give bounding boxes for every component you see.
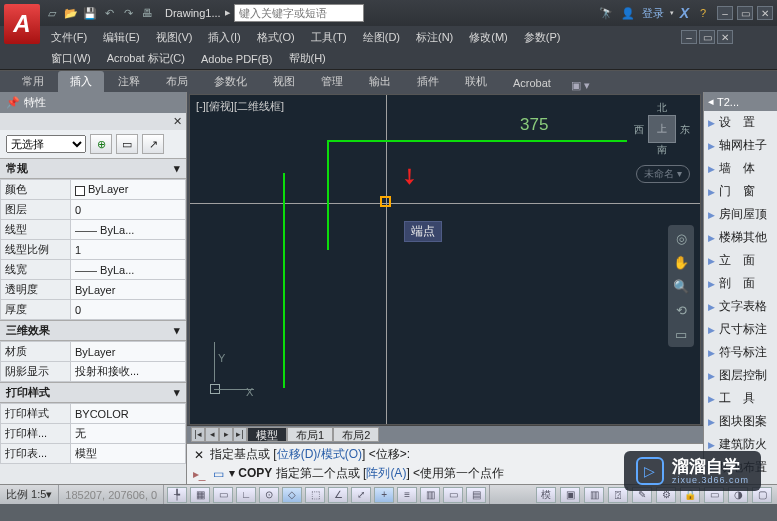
save-icon[interactable]: 💾 [82, 5, 98, 21]
sb-quickview-drawings-button[interactable]: ▥ [584, 487, 604, 503]
sb-lwt-button[interactable]: ≡ [397, 487, 417, 503]
sb-3dosnap-button[interactable]: ⬚ [305, 487, 325, 503]
ribbon-tab-insert[interactable]: 插入 [58, 71, 104, 92]
sb-tpy-button[interactable]: ▥ [420, 487, 440, 503]
print-icon[interactable]: 🖶 [139, 5, 155, 21]
help-icon[interactable]: ? [695, 5, 711, 21]
quick-select-button[interactable]: ⊕ [90, 134, 112, 154]
sb-quickview-layouts-button[interactable]: ▣ [560, 487, 580, 503]
palette-item[interactable]: ▶符号标注 [704, 341, 777, 364]
palette-title-bar[interactable]: ◂T2... [704, 92, 777, 111]
restore-button[interactable]: ▭ [737, 6, 753, 20]
doc-close-button[interactable]: ✕ [717, 30, 733, 44]
ribbon-tab-output[interactable]: 输出 [357, 71, 403, 92]
menu-insert[interactable]: 插入(I) [201, 28, 247, 47]
nav-pan-icon[interactable]: ✋ [672, 253, 690, 271]
palette-item[interactable]: ▶文字表格 [704, 295, 777, 318]
properties-title-bar[interactable]: 📌 特性 [0, 92, 186, 113]
sb-osnap-button[interactable]: ◇ [282, 487, 302, 503]
ribbon-tab-online[interactable]: 联机 [453, 71, 499, 92]
menu-parametric[interactable]: 参数(P) [517, 28, 568, 47]
palette-item[interactable]: ▶立 面 [704, 249, 777, 272]
tab-nav-next[interactable]: ▸ [219, 427, 233, 442]
status-coords[interactable]: 185207, 207606, 0 [59, 485, 164, 504]
doc-minimize-button[interactable]: – [681, 30, 697, 44]
menu-draw[interactable]: 绘图(D) [356, 28, 407, 47]
tab-nav-last[interactable]: ▸| [233, 427, 247, 442]
section-3d[interactable]: 三维效果▾ [0, 320, 186, 341]
sb-sc-button[interactable]: ▤ [466, 487, 486, 503]
sb-otrack-button[interactable]: ∠ [328, 487, 348, 503]
exchange-icon[interactable]: X [680, 5, 689, 21]
panel-close-icon[interactable]: ✕ [173, 115, 182, 127]
ribbon-tab-param[interactable]: 参数化 [202, 71, 259, 92]
app-logo[interactable]: A [4, 4, 40, 44]
drawing-canvas[interactable]: [-][俯视][二维线框] Y X 375 端点 ➘ 北 [189, 94, 701, 425]
sb-grid-button[interactable]: ▭ [213, 487, 233, 503]
tab-layout1[interactable]: 布局1 [287, 427, 333, 442]
palette-item[interactable]: ▶房间屋顶 [704, 203, 777, 226]
sb-ortho-button[interactable]: ∟ [236, 487, 256, 503]
view-cube[interactable]: 北 南 西 东 上 [634, 101, 690, 157]
undo-icon[interactable]: ↶ [101, 5, 117, 21]
binoculars-icon[interactable]: 🔭 [598, 5, 614, 21]
pin-icon[interactable]: 📌 [6, 96, 20, 109]
sb-ducs-button[interactable]: ⤢ [351, 487, 371, 503]
help-search-input[interactable] [234, 4, 364, 22]
ribbon-tab-layout[interactable]: 布局 [154, 71, 200, 92]
palette-item[interactable]: ▶楼梯其他 [704, 226, 777, 249]
login-link[interactable]: 登录 [642, 6, 664, 21]
select-objects-button[interactable]: ▭ [116, 134, 138, 154]
tab-model[interactable]: 模型 [247, 427, 287, 442]
tab-nav-first[interactable]: |◂ [191, 427, 205, 442]
minimize-button[interactable]: – [717, 6, 733, 20]
menu-format[interactable]: 格式(O) [250, 28, 302, 47]
palette-pin-icon[interactable]: ◂ [708, 95, 714, 108]
sb-infer-button[interactable]: ╄ [167, 487, 187, 503]
redo-icon[interactable]: ↷ [120, 5, 136, 21]
palette-item[interactable]: ▶剖 面 [704, 272, 777, 295]
menu-acrobat-mark[interactable]: Acrobat 标记(C) [100, 49, 192, 68]
new-icon[interactable]: ▱ [44, 5, 60, 21]
view-name-dropdown[interactable]: 未命名 ▾ [636, 165, 690, 183]
tab-nav-prev[interactable]: ◂ [205, 427, 219, 442]
viewcube-top-face[interactable]: 上 [648, 115, 676, 143]
cmd-close-icon[interactable]: ✕ [191, 447, 207, 463]
sb-qp-button[interactable]: ▭ [443, 487, 463, 503]
sb-modelspace-button[interactable]: 模 [536, 487, 556, 503]
menu-edit[interactable]: 编辑(E) [96, 28, 147, 47]
sb-snap-button[interactable]: ▦ [190, 487, 210, 503]
nav-zoom-icon[interactable]: 🔍 [672, 277, 690, 295]
menu-tools[interactable]: 工具(T) [304, 28, 354, 47]
palette-item[interactable]: ▶设 置 [704, 111, 777, 134]
palette-item[interactable]: ▶图块图案 [704, 410, 777, 433]
login-dropdown-icon[interactable]: ▾ [670, 9, 674, 17]
palette-item[interactable]: ▶轴网柱子 [704, 134, 777, 157]
menu-window[interactable]: 窗口(W) [44, 49, 98, 68]
ribbon-tab-manage[interactable]: 管理 [309, 71, 355, 92]
ribbon-tab-view[interactable]: 视图 [261, 71, 307, 92]
ribbon-tab-annotate[interactable]: 注释 [106, 71, 152, 92]
ribbon-tab-acrobat[interactable]: Acrobat [501, 74, 563, 92]
palette-item[interactable]: ▶墙 体 [704, 157, 777, 180]
user-icon[interactable]: 👤 [620, 5, 636, 21]
menu-help[interactable]: 帮助(H) [282, 49, 333, 68]
doc-restore-button[interactable]: ▭ [699, 30, 715, 44]
ribbon-tab-addins[interactable]: 插件 [405, 71, 451, 92]
nav-wheel-icon[interactable]: ◎ [672, 229, 690, 247]
palette-item[interactable]: ▶图层控制 [704, 364, 777, 387]
doc-dropdown-icon[interactable]: ▶ [225, 9, 230, 17]
open-icon[interactable]: 📂 [63, 5, 79, 21]
menu-modify[interactable]: 修改(M) [462, 28, 515, 47]
selection-filter-select[interactable]: 无选择 [6, 135, 86, 153]
nav-orbit-icon[interactable]: ⟲ [672, 301, 690, 319]
cmd-prompt-icon[interactable]: ▸_ [191, 466, 207, 482]
palette-item[interactable]: ▶工 具 [704, 387, 777, 410]
sb-dyn-button[interactable]: + [374, 487, 394, 503]
viewport-label[interactable]: [-][俯视][二维线框] [196, 99, 284, 114]
palette-item[interactable]: ▶尺寸标注 [704, 318, 777, 341]
close-button[interactable]: ✕ [757, 6, 773, 20]
menu-file[interactable]: 文件(F) [44, 28, 94, 47]
status-scale[interactable]: 比例 1:5 ▾ [0, 485, 59, 504]
palette-item[interactable]: ▶门 窗 [704, 180, 777, 203]
